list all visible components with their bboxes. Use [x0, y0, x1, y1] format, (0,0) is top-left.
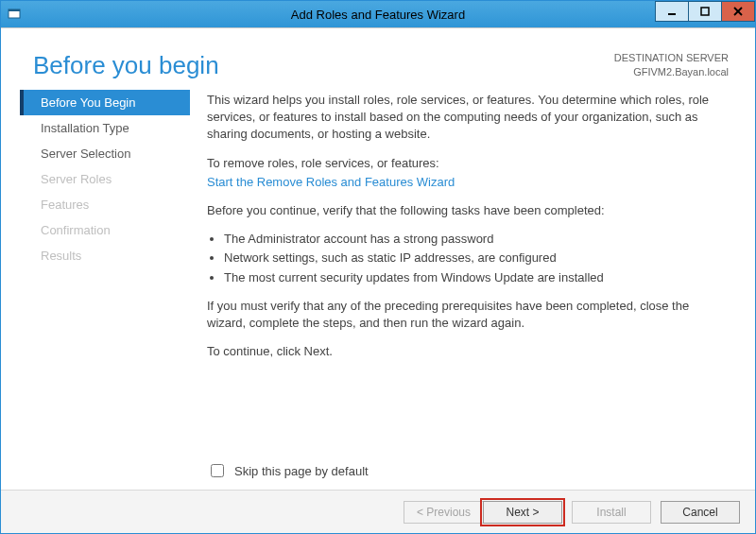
skip-checkbox-row[interactable]: Skip this page by default — [207, 461, 369, 480]
install-button: Install — [572, 501, 651, 524]
remove-label: To remove roles, role services, or featu… — [207, 155, 729, 172]
minimize-button[interactable] — [655, 1, 689, 22]
sidebar-item-results: Results — [20, 243, 190, 268]
maximize-button[interactable] — [688, 1, 722, 22]
intro-text: This wizard helps you install roles, rol… — [207, 92, 729, 144]
window-buttons — [656, 1, 755, 22]
sidebar: Before You Begin Installation Type Serve… — [20, 90, 190, 371]
destination-info: DESTINATION SERVER GFIVM2.Bayan.local — [614, 51, 729, 80]
prereq-note: If you must verify that any of the prece… — [207, 298, 729, 332]
sidebar-item-server-roles: Server Roles — [20, 166, 190, 192]
app-icon — [7, 7, 22, 22]
next-button[interactable]: Next > — [483, 501, 562, 524]
footer: < Previous Next > Install Cancel — [1, 490, 755, 533]
prereq-list: The Administrator account has a strong p… — [224, 231, 729, 286]
close-button[interactable] — [721, 1, 755, 22]
list-item: The most current security updates from W… — [224, 269, 729, 286]
client-area: Before you begin DESTINATION SERVER GFIV… — [1, 27, 755, 533]
sidebar-item-installation-type[interactable]: Installation Type — [20, 115, 190, 141]
remove-wizard-link[interactable]: Start the Remove Roles and Features Wiza… — [207, 175, 455, 189]
content-pane: This wizard helps you install roles, rol… — [190, 90, 729, 371]
svg-rect-3 — [701, 8, 709, 15]
nav-button-pair: < Previous Next > — [404, 501, 562, 524]
titlebar: Add Roles and Features Wizard — [1, 1, 755, 27]
sidebar-item-features: Features — [20, 192, 190, 217]
previous-button: < Previous — [404, 501, 483, 524]
sidebar-item-confirmation: Confirmation — [20, 217, 190, 243]
destination-label: DESTINATION SERVER — [614, 51, 729, 65]
list-item: Network settings, such as static IP addr… — [224, 250, 729, 267]
body: Before You Begin Installation Type Serve… — [1, 86, 755, 371]
page-title: Before you begin — [33, 51, 219, 80]
wizard-window: Add Roles and Features Wizard Before you… — [0, 0, 756, 534]
sidebar-item-server-selection[interactable]: Server Selection — [20, 141, 190, 166]
verify-label: Before you continue, verify that the fol… — [207, 202, 729, 219]
skip-label: Skip this page by default — [234, 464, 369, 478]
window-title: Add Roles and Features Wizard — [1, 8, 755, 22]
destination-value: GFIVM2.Bayan.local — [614, 65, 729, 79]
continue-note: To continue, click Next. — [207, 343, 729, 360]
skip-checkbox[interactable] — [211, 464, 224, 477]
svg-rect-1 — [9, 9, 20, 11]
cancel-button[interactable]: Cancel — [661, 501, 740, 524]
sidebar-item-before-you-begin[interactable]: Before You Begin — [20, 90, 190, 115]
list-item: The Administrator account has a strong p… — [224, 231, 729, 248]
header: Before you begin DESTINATION SERVER GFIV… — [1, 28, 755, 86]
